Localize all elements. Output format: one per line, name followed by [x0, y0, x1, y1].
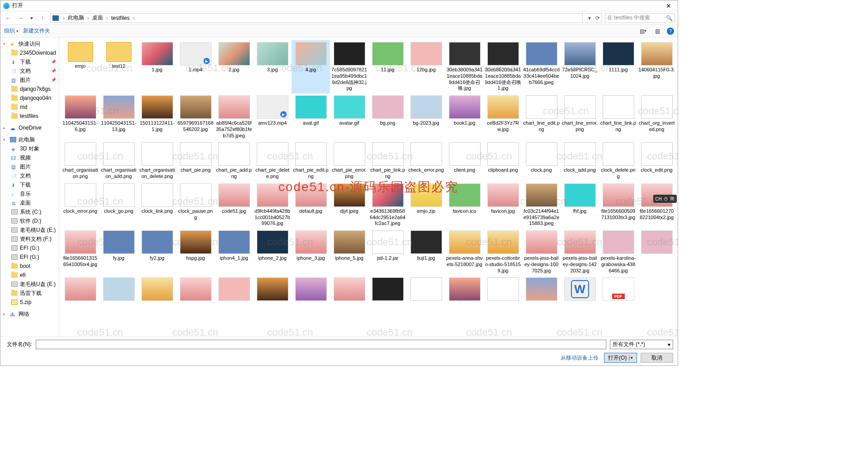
sidebar-item[interactable]: 资料文档 (F:) [1, 234, 58, 243]
file-item[interactable]: book1.jpg [445, 94, 484, 140]
file-item[interactable]: chart_pie_delete.png [253, 140, 292, 182]
file-item[interactable] [445, 276, 484, 304]
file-item[interactable]: 1.jpg [138, 40, 176, 94]
sidebar-group[interactable]: ▸OneDrive [1, 123, 58, 132]
history-dropdown[interactable]: ▾ [28, 13, 35, 23]
organize-button[interactable]: 组织 [4, 27, 19, 35]
file-item[interactable]: clock_error.png [61, 182, 99, 229]
file-item[interactable]: fc03c2144f94e1e9145739a6a2e15883.jpeg [522, 182, 561, 229]
file-item[interactable]: iphone_2.jpg [253, 229, 292, 276]
file-item[interactable]: file16566012708221004tx2.jpg [637, 182, 676, 229]
file-item[interactable]: clipboard.png [484, 140, 522, 182]
file-item[interactable]: fy.jpg [99, 229, 138, 276]
view-options-button[interactable]: ▤▾ [638, 26, 648, 36]
file-item[interactable]: 1.mp4 [176, 40, 215, 94]
file-item[interactable]: bg.png [368, 94, 407, 140]
file-item[interactable]: client.png [445, 140, 484, 182]
filename-input[interactable] [36, 340, 606, 349]
preview-pane-button[interactable]: ▥ [652, 26, 662, 36]
file-item[interactable]: hspg.jpg [176, 229, 215, 276]
sidebar-item[interactable]: 老毛桃U盘 (E:) [1, 225, 58, 234]
sidebar-item[interactable]: 下载 [1, 180, 58, 189]
file-item[interactable] [138, 276, 176, 304]
file-item[interactable]: pexels-anna-shvets-5218007.jpg [445, 229, 484, 276]
file-item[interactable]: pexels-cottonbro-studio-5185159.jpg [484, 229, 522, 276]
sidebar-item[interactable]: 下载📌 [1, 57, 58, 66]
sidebar-item[interactable]: 迅雷下载 [1, 289, 58, 298]
file-item[interactable] [599, 276, 637, 304]
file-item[interactable]: 12bg.jpg [407, 40, 445, 94]
file-item[interactable]: clock_delete.png [599, 140, 637, 182]
new-folder-button[interactable]: 新建文件夹 [23, 27, 50, 35]
file-item[interactable]: chart_line_edit.png [522, 94, 561, 140]
file-item[interactable]: 1104250431S1-6.jpg [61, 94, 99, 140]
file-item[interactable] [61, 276, 99, 304]
file-item[interactable]: pexels-karolina-grabowska-4386466.jpg [599, 229, 637, 276]
back-button[interactable]: ← [3, 13, 13, 23]
file-item[interactable]: chart_pie.png [176, 140, 215, 182]
file-item[interactable]: 1104250431S1-13.jpg [99, 94, 138, 140]
sidebar-item[interactable]: django7k6gs [1, 84, 58, 94]
file-item[interactable]: clock_pause.png [176, 182, 215, 229]
file-item[interactable]: check_error.png [407, 140, 445, 182]
file-item[interactable]: chart_pie_edit.png [292, 140, 330, 182]
file-item[interactable] [99, 276, 138, 304]
file-item[interactable]: fy2.jpg [138, 229, 176, 276]
sidebar-item[interactable]: djangoqo04n [1, 94, 58, 103]
file-item[interactable]: 3.jpg [253, 40, 292, 94]
file-item[interactable]: chart_organisation_add.png [99, 140, 138, 182]
file-item[interactable]: ab85f4c6ca526f35a752ef80b1feb7d5.jpeg [215, 94, 253, 140]
sidebar-item[interactable]: 视频 [1, 153, 58, 162]
open-button[interactable]: 打开(O)│▾ [604, 353, 637, 363]
file-item[interactable] [176, 276, 215, 304]
file-item[interactable] [407, 276, 445, 304]
sidebar-group[interactable]: ▾此电脑 [1, 135, 58, 144]
up-button[interactable]: ↑ [38, 13, 47, 23]
sidebar-group[interactable]: ▾快速访问 [1, 39, 58, 48]
crumb-desktop[interactable]: 桌面 [91, 14, 104, 22]
sidebar-item[interactable]: 系统 (C:) [1, 207, 58, 216]
sidebar-item[interactable]: efi [1, 271, 58, 280]
file-item[interactable]: 30eb38009a3411eace10885bda9dd416使命召唤.jpg [445, 40, 484, 94]
file-item[interactable]: chart_organisation.png [61, 140, 99, 182]
file-item[interactable]: 4.jpg [292, 40, 330, 94]
file-item[interactable]: fhf.jpg [561, 182, 599, 229]
file-item[interactable]: favicon.jpg [484, 182, 522, 229]
file-item[interactable]: pexels-jess-bailey-designs-1007025.jpg [522, 229, 561, 276]
sidebar-item[interactable]: boot [1, 262, 58, 271]
file-item[interactable] [368, 276, 407, 304]
file-item[interactable]: favicon.ico [445, 182, 484, 229]
sidebar-group[interactable]: ▸网络 [1, 309, 58, 318]
file-item[interactable]: liuji1.jpg [407, 229, 445, 276]
file-item[interactable] [637, 229, 676, 276]
sidebar-item[interactable]: 2345Download📌 [1, 48, 58, 57]
sidebar-item[interactable]: 文档📌 [1, 66, 58, 75]
file-item[interactable]: 150113122411-1.jpg [138, 94, 176, 140]
help-button[interactable]: ? [667, 28, 674, 35]
sidebar-item[interactable]: 5.zip [1, 298, 58, 307]
refresh-button[interactable]: ⟳ [594, 14, 602, 23]
file-item[interactable]: emjo.zip [407, 182, 445, 229]
file-item[interactable] [292, 276, 330, 304]
file-item[interactable]: clock_link.png [138, 182, 176, 229]
file-item[interactable]: chart_pie_add.png [215, 140, 253, 182]
file-item[interactable]: iphone_5.jpg [330, 229, 368, 276]
file-item[interactable]: d9fcb449fa428b1cc001b40527b99076.jpg [253, 182, 292, 229]
breadcrumb-dropdown[interactable]: ▾ [585, 14, 594, 23]
file-item[interactable]: code51.jpg [215, 182, 253, 229]
file-item[interactable]: clock_edit.png [637, 140, 676, 182]
sidebar-item[interactable]: 桌面 [1, 198, 58, 207]
sidebar-item[interactable]: testfiles [1, 112, 58, 121]
file-type-filter[interactable]: 所有文件 (*.*)▾ [610, 340, 673, 349]
sidebar-item[interactable]: 软件 (D:) [1, 216, 58, 225]
file-item[interactable]: djyt.jpeg [330, 182, 368, 229]
cancel-button[interactable]: 取消 [641, 353, 673, 363]
file-item[interactable]: bg-2023.jpg [407, 94, 445, 140]
file-item[interactable]: e34361369fb5864dc2951e2a64fc2ac7.jpeg [368, 182, 407, 229]
breadcrumb[interactable]: › 此电脑 › 桌面 › testfiles › [50, 13, 583, 23]
file-item[interactable]: clock.png [522, 140, 561, 182]
search-box[interactable]: 在 testfiles 中搜索 🔍 [605, 13, 675, 23]
file-item[interactable]: pexels-jess-bailey-designs-1422032.jpg [561, 229, 599, 276]
close-button[interactable]: ✕ [662, 2, 675, 9]
file-item[interactable]: emjo [61, 40, 99, 94]
